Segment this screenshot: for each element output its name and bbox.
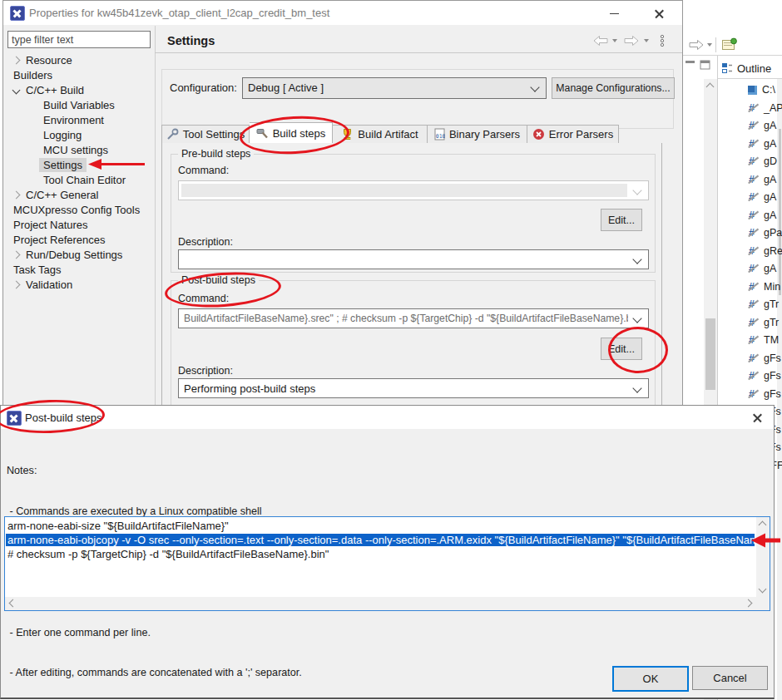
define-icon [748, 174, 759, 185]
outline-item[interactable]: gA [718, 117, 782, 134]
outline-item[interactable]: gTr [718, 296, 782, 313]
tree-item-project-references[interactable]: Project References [7, 232, 155, 247]
minimize-view-icon[interactable] [685, 60, 695, 70]
divider [718, 78, 782, 79]
dialog-titlebar: Post-build steps [1, 406, 774, 429]
tree-item-settings[interactable]: Settings [7, 157, 155, 172]
notes-line: - Enter one command per line. [7, 626, 326, 639]
outline-item[interactable]: gA [718, 260, 782, 277]
close-button[interactable] [741, 406, 774, 429]
build-artifact-icon [341, 128, 354, 140]
tab-error-parsers[interactable]: Error Parsers [527, 125, 619, 144]
minimize-button[interactable] [596, 1, 633, 25]
outline-item[interactable]: gTr [718, 314, 782, 331]
outline-item[interactable]: gA [718, 171, 782, 188]
tree-item-mcuxpresso-config-tools[interactable]: MCUXpresso Config Tools [7, 202, 155, 217]
outline-item[interactable]: C:\ [718, 81, 782, 98]
divider [681, 55, 782, 56]
tab-build-steps[interactable]: Build steps [250, 122, 333, 144]
forward-history-chevron-icon[interactable] [644, 39, 649, 42]
pre-build-steps-group: Pre-build steps Command: Edit... Descrip… [171, 154, 656, 273]
define-icon [748, 102, 759, 114]
scrollbar-corner [756, 597, 770, 610]
properties-dialog: Properties for kw45b41zevk_otap_client_l… [2, 0, 683, 409]
commands-editor[interactable]: arm-none-eabi-size "${BuildArtifactFileN… [4, 516, 770, 611]
forward-arrow-icon[interactable] [623, 35, 640, 47]
tree-item-logging[interactable]: Logging [7, 127, 155, 142]
post-build-command-combo[interactable]: BuildArtifactFileBaseName}.srec" ; # che… [178, 308, 649, 328]
outline-panel-header[interactable]: Outline [721, 60, 782, 76]
tab-binary-parsers[interactable]: 010 Binary Parsers [428, 125, 527, 144]
command-line[interactable]: # checksum -p ${TargetChip} -d "${BuildA… [6, 547, 755, 561]
tree-item-mcu-settings[interactable]: MCU settings [7, 142, 155, 157]
view-menu-icon[interactable] [659, 34, 666, 47]
define-icon [748, 227, 759, 239]
outline-item[interactable]: gA [718, 207, 782, 224]
tree-item-environment[interactable]: Environment [7, 112, 155, 127]
chevron-down-icon [530, 82, 539, 91]
tool-settings-icon [166, 128, 179, 140]
tree-item-resource[interactable]: Resource [7, 52, 155, 67]
notes-line: - After editing, commands are concatenat… [7, 666, 326, 679]
outline-item[interactable]: gPa [718, 224, 782, 241]
forward-arrow-icon[interactable] [688, 39, 705, 51]
tree-item-project-natures[interactable]: Project Natures [7, 217, 155, 232]
outline-item[interactable]: gD [718, 153, 782, 170]
tree-item-builders[interactable]: Builders [7, 67, 155, 82]
filter-input[interactable] [7, 31, 151, 48]
pre-build-command-combo[interactable] [178, 180, 649, 200]
chevron-down-icon[interactable] [707, 43, 712, 47]
tree-item-tool-chain-editor[interactable]: Tool Chain Editor [7, 172, 155, 187]
ok-button[interactable]: OK [612, 666, 689, 692]
command-line[interactable]: arm-none-eabi-size "${BuildArtifactFileN… [6, 519, 755, 533]
outline-item[interactable]: gFs [718, 350, 782, 367]
commands-text[interactable]: arm-none-eabi-size "${BuildArtifactFileN… [6, 519, 755, 595]
post-build-edit-button[interactable]: Edit... [601, 338, 642, 360]
cancel-button[interactable]: Cancel [692, 666, 768, 690]
tree-item-build-variables[interactable]: Build Variables [7, 97, 155, 112]
maximize-view-icon[interactable] [700, 60, 710, 70]
tab-tool-settings[interactable]: Tool Settings [161, 125, 250, 144]
description-label: Description: [178, 236, 233, 248]
define-icon [748, 298, 759, 310]
outline-item[interactable]: gFs [718, 367, 782, 384]
tree-item-validation[interactable]: Validation [7, 277, 155, 292]
page-title: Settings [167, 34, 215, 47]
outline-item[interactable]: gRe [718, 243, 782, 259]
configuration-combo[interactable]: Debug [ Active ] [242, 77, 547, 99]
outline-item[interactable]: TM [718, 332, 782, 348]
tree-panel-divider [155, 26, 156, 408]
define-icon [748, 138, 759, 150]
vertical-scrollbar[interactable] [756, 517, 770, 597]
outline-icon [721, 62, 733, 74]
pin-editor-icon[interactable] [721, 37, 737, 52]
tree-item-cpp-build[interactable]: C/C++ Build [7, 82, 155, 97]
pre-build-description-combo[interactable] [178, 249, 649, 269]
define-icon [748, 191, 759, 203]
define-icon [748, 352, 759, 364]
command-label: Command: [178, 293, 229, 304]
outline-item[interactable]: gA [718, 136, 782, 152]
outline-item[interactable]: Min [718, 279, 782, 295]
define-icon [748, 210, 759, 221]
close-button[interactable] [641, 1, 678, 25]
outline-item[interactable]: gFs [718, 386, 782, 402]
post-build-description-combo[interactable]: Performing post-build steps [178, 378, 649, 398]
back-history-chevron-icon[interactable] [612, 39, 617, 42]
tree-item-task-tags[interactable]: Task Tags [7, 262, 155, 277]
pre-build-steps-legend: Pre-build steps [178, 148, 254, 160]
tree-item-cpp-general[interactable]: C/C++ General [7, 187, 155, 202]
horizontal-scrollbar[interactable] [5, 597, 756, 610]
notes-line: Notes: [7, 464, 326, 477]
outline-item[interactable]: _AP [718, 100, 782, 116]
tab-build-artifact[interactable]: Build Artifact [333, 125, 428, 144]
manage-configurations-button[interactable]: Manage Configurations... [552, 77, 675, 99]
tree-item-run-debug-settings[interactable]: Run/Debug Settings [7, 247, 155, 262]
back-arrow-icon[interactable] [592, 35, 609, 47]
command-label: Command: [178, 165, 229, 176]
pre-build-edit-button[interactable]: Edit... [601, 209, 642, 231]
outline-item[interactable]: gA [718, 189, 782, 205]
command-line-selected[interactable]: arm-none-eabi-objcopy -v -O srec --only-… [6, 533, 755, 547]
binary-parsers-icon: 010 [434, 128, 445, 140]
chevron-down-icon [632, 313, 641, 323]
